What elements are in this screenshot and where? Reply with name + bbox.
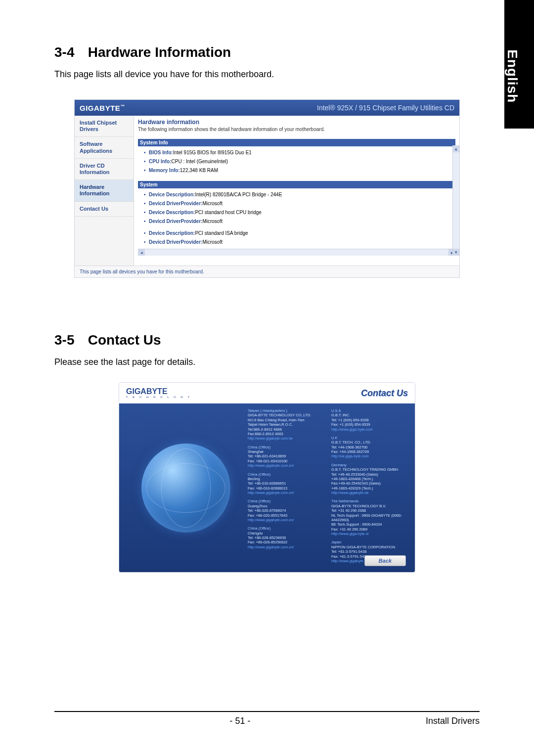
contact-line: +49-1803-428329 (Tech.)	[331, 486, 410, 490]
contact-block: U.KG.B.T. TECH. CO., LTD.Tel: +44-1908-3…	[331, 436, 410, 459]
contact-line: Tel: +1 (626) 854-9338	[331, 418, 410, 422]
contact-url: http://www.gigabyte.com.tw	[248, 436, 326, 441]
language-tab: English	[504, 0, 534, 129]
page-number: - 51 -	[229, 716, 250, 726]
contact-region: U.S.A	[331, 408, 410, 413]
contact-line: Tel: +81-3-5791-5438	[331, 549, 410, 554]
contact-url: http://uk.giga-byte.com	[331, 454, 410, 458]
nav-software-applications[interactable]: Software Applications	[75, 137, 134, 158]
contact-region: China (Office)	[248, 499, 326, 503]
contact-block: U.S.AG.B.T. INC.Tel: +1 (626) 854-9338Fa…	[331, 408, 410, 432]
contact-line: G.B.T. TECH. CO., LTD.	[331, 440, 410, 445]
group-system-info-title: System Info	[138, 139, 455, 146]
contact-line: +49-1803-428468 (Tech.)	[331, 477, 410, 481]
contact-line: Fax:+49-40-25492343 (Sales)	[331, 481, 410, 486]
list-item: Devicd DriverProvider:Microsoft	[144, 199, 455, 208]
group-system-title: System	[138, 181, 455, 188]
contact-line: GIGA-BYTE TECHNOLOGY CO.,LTD.	[248, 413, 326, 417]
contact-line: Fax: +1 (626) 854-9339	[331, 422, 410, 427]
shot1-main-sub: The following information shows the deta…	[138, 127, 455, 132]
shot1-nav: Install Chipset Drivers Software Applica…	[75, 116, 134, 266]
contact-line: GIGA-BYTE TECHNOLOGY B.V.	[331, 504, 410, 508]
shot1-main: Hardware information The following infor…	[134, 116, 459, 266]
globe-icon	[141, 444, 230, 533]
contact-line: GuangZhou	[248, 504, 326, 508]
scroll-down-icon[interactable]: ▾	[453, 249, 459, 256]
contact-region: China (Office)	[248, 472, 326, 477]
section-3-5-number: 3-5	[54, 332, 84, 348]
contact-line: Fax: +86-021-63410100	[248, 459, 326, 463]
shot1-main-heading: Hardware information	[138, 119, 455, 126]
contact-line: Shanghai	[248, 449, 326, 454]
contact-line: G.B.T. TECHNOLOGY TRADING GMBH	[331, 467, 410, 472]
shot2-columns: Taiwan ( Headquarters )GIGA-BYTE TECHNOL…	[248, 408, 410, 567]
shot1-body: Install Chipset Drivers Software Applica…	[75, 116, 459, 266]
contact-line: Fax: +86-028-85256822	[248, 540, 326, 544]
contact-block: China (Office)GuangZhouTel: +86-020-8758…	[248, 499, 326, 522]
section-3-4-number: 3-4	[54, 44, 84, 60]
contact-line: NL Tech.Support : 0900-GIGABYTE (0900-44…	[331, 513, 410, 523]
scroll-left-icon[interactable]: ◂	[138, 249, 145, 256]
shot1-header-title: Intel® 925X / 915 Chipset Family Utiliti…	[317, 104, 454, 112]
contact-line: Taipei Hsien Taiwan,R.O.C.	[248, 422, 326, 427]
back-button[interactable]: Back	[364, 555, 406, 566]
section-3-5-desc: Please see the last page for details.	[54, 357, 480, 367]
nav-hardware-information[interactable]: Hardware Information	[75, 180, 134, 201]
section-3-5-title: Contact Us	[88, 332, 161, 348]
section-3-5-heading: 3-5 Contact Us	[54, 332, 480, 348]
shot2-header-title: Contact Us	[361, 388, 408, 399]
contact-column-right: U.S.AG.B.T. INC.Tel: +1 (626) 854-9338Fa…	[331, 408, 410, 567]
contact-line: Fax: +44-1908-362709	[331, 449, 410, 454]
group-system-list: Device Description:Intel(R) 82801BA/CA P…	[138, 188, 455, 249]
list-item: CPU Info:CPU : Intel (GenuineIntel)	[144, 157, 455, 166]
scroll-up-icon[interactable]: ▴	[453, 145, 459, 152]
contact-line: Tel:886-2-8912 4888	[248, 427, 326, 432]
shot2-header: GIGABYTE T E C H N O L O G Y Contact Us	[119, 383, 415, 403]
contact-column-left: Taiwan ( Headquarters )GIGA-BYTE TECHNOL…	[248, 408, 326, 567]
contact-region: China (Office)	[248, 526, 326, 531]
section-3-4-desc: This page lists all device you have for …	[54, 69, 480, 80]
contact-region: China (Office)	[248, 445, 326, 449]
list-item: Device Description:PCI standard ISA brid…	[144, 229, 455, 238]
list-item: Devicd DriverProvider:Microsoft	[144, 217, 455, 226]
section-3-4-heading: 3-4 Hardware Information	[54, 44, 480, 60]
contact-line: Chengdu	[248, 531, 326, 535]
contact-line: NO.6 Bau Chiang Road, Hsin-Tien	[248, 418, 326, 422]
list-item: Device Description:Intel(R) 82801BA/CA P…	[144, 190, 455, 199]
nav-contact-us[interactable]: Contact Us	[75, 202, 134, 217]
contact-region: U.K	[331, 436, 410, 440]
list-item: Memory Info:122,348 KB RAM	[144, 166, 455, 175]
section-3-4-title: Hardware Information	[88, 44, 231, 60]
list-item: BIOS Info:Intel 915G BIOS for 8I915G Duo…	[144, 148, 455, 157]
contact-block: China (Office)ChengduTel: +86-028-852369…	[248, 526, 326, 549]
nav-driver-cd-information[interactable]: Driver CD Information	[75, 159, 134, 180]
contact-region: Japan	[331, 540, 410, 544]
contact-line: Tel: +86-020-87586074	[248, 508, 326, 513]
contact-block: The NetherlandsGIGA-BYTE TECHNOLOGY B.V.…	[331, 499, 410, 536]
contact-url: http://www.gigabyte.de	[331, 490, 410, 495]
contact-block: GermanyG.B.T. TECHNOLOGY TRADING GMBHTel…	[331, 463, 410, 495]
shot1-header: GIGABYTE™ Intel® 925X / 915 Chipset Fami…	[75, 100, 459, 116]
contact-url: http://www.gigabyte.com.cn/	[248, 463, 326, 468]
contact-line: Fax: +86-010-82888013	[248, 486, 326, 490]
contact-url: http://www.giga-byte.nl	[331, 532, 410, 536]
contact-line: Tel: +86-028-85236930	[248, 535, 326, 540]
language-tab-text: English	[504, 0, 527, 103]
contact-url: http://www.gigabyte.com.cn/	[248, 518, 326, 522]
contact-line: Fax: +31 40 290 2089	[331, 527, 410, 532]
nav-install-chipset-drivers[interactable]: Install Chipset Drivers	[75, 116, 134, 137]
vertical-scrollbar[interactable]: ▴ ▾	[452, 145, 459, 256]
contact-region: The Netherlands	[331, 499, 410, 503]
contact-line: NIPPON GIGA-BYTE CORPORATION	[331, 545, 410, 549]
list-item: Device Description:PCI standard host CPU…	[144, 208, 455, 217]
contact-region: Taiwan ( Headquarters )	[248, 408, 326, 413]
contact-us-screenshot: GIGABYTE T E C H N O L O G Y Contact Us …	[119, 382, 415, 573]
contact-line: Fax: +86-020-85517843	[248, 513, 326, 518]
contact-url: http://www.gigabyte.com.cn/	[248, 490, 326, 495]
contact-line: BE Tech.Support : 0900-84034	[331, 522, 410, 527]
gigabyte-logo: GIGABYTE™	[80, 104, 125, 112]
contact-block: Taiwan ( Headquarters )GIGA-BYTE TECHNOL…	[248, 408, 326, 441]
horizontal-scrollbar[interactable]: ◂ ▸	[138, 249, 455, 256]
contact-block: China (Office)BeiJingTel: +86-010-828866…	[248, 472, 326, 495]
contact-line: Tel: +31 40 290 2088	[331, 508, 410, 513]
